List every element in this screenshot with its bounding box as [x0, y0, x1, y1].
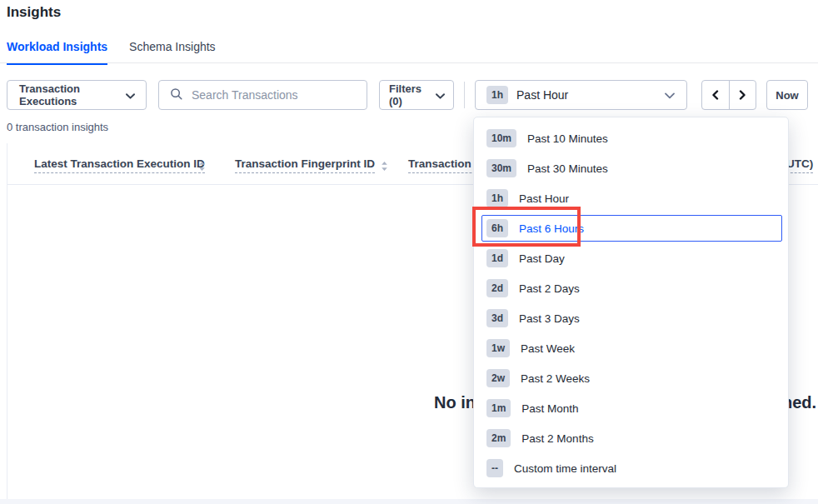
time-interval-option[interactable]: 2w Past 2 Weeks: [474, 363, 788, 393]
interval-label: Past 2 Months: [521, 432, 593, 445]
interval-badge: 1w: [486, 339, 510, 357]
interval-label: Past Hour: [519, 192, 569, 205]
interval-badge: 2d: [486, 279, 508, 297]
column-header-transaction-fingerprint-id[interactable]: Transaction Fingerprint ID: [235, 157, 375, 173]
interval-badge: --: [486, 459, 503, 477]
page-title: Insights: [7, 4, 61, 21]
search-icon: [170, 87, 183, 103]
insights-count: 0 transaction insights: [7, 121, 108, 133]
time-interval-option[interactable]: 1d Past Day: [474, 243, 788, 273]
time-interval-option[interactable]: 3d Past 3 Days: [474, 303, 788, 333]
time-interval-option[interactable]: 10m Past 10 Minutes: [474, 123, 788, 153]
tab-bar: Workload Insights Schema Insights: [7, 40, 216, 65]
interval-badge: 6h: [486, 219, 508, 237]
interval-badge: 3d: [486, 309, 508, 327]
now-label: Now: [776, 89, 798, 102]
column-header-time-utc[interactable]: UTC): [786, 157, 813, 173]
insights-page: Insights Workload Insights Schema Insigh…: [0, 0, 818, 504]
interval-badge: 30m: [486, 159, 516, 177]
interval-label: Past Day: [519, 252, 565, 265]
toolbar-divider: [464, 82, 465, 108]
execution-type-select[interactable]: Transaction Executions: [7, 80, 147, 110]
interval-label: Past 2 Days: [519, 282, 580, 295]
time-interval-option[interactable]: 1m Past Month: [474, 393, 788, 423]
interval-badge: 2w: [486, 369, 510, 387]
page-bottom-band: [0, 499, 818, 504]
sort-icon[interactable]: [198, 160, 206, 175]
column-header-latest-transaction-execution-id[interactable]: Latest Transaction Execution ID: [34, 157, 205, 173]
time-interval-option[interactable]: 2d Past 2 Days: [474, 273, 788, 303]
search-input[interactable]: [190, 82, 367, 108]
interval-label: Past 10 Minutes: [527, 132, 608, 145]
sort-icon[interactable]: [381, 160, 388, 175]
time-interval-option[interactable]: 6h Past 6 Hours: [481, 215, 782, 242]
interval-label: Past 6 Hours: [519, 222, 584, 235]
interval-label: Past Month: [521, 402, 578, 415]
interval-label: Past 30 Minutes: [527, 162, 608, 175]
time-interval-option[interactable]: -- Custom time interval: [474, 453, 788, 483]
filters-label: Filters (0): [389, 82, 436, 107]
interval-badge: 1d: [486, 249, 508, 267]
interval-badge: 1m: [486, 399, 511, 417]
chevron-down-icon: [126, 89, 135, 102]
now-button[interactable]: Now: [766, 80, 808, 110]
tab-schema-insights[interactable]: Schema Insights: [129, 40, 216, 65]
interval-label: Past 2 Weeks: [521, 372, 590, 385]
time-interval-dropdown: 10m Past 10 Minutes 30m Past 30 Minutes …: [473, 117, 789, 488]
interval-label: Past Week: [521, 342, 575, 355]
time-nav-group: [701, 80, 756, 110]
tab-bar-divider: [0, 62, 818, 63]
time-interval-option[interactable]: 1w Past Week: [474, 333, 788, 363]
interval-label: Past 3 Days: [519, 312, 580, 325]
execution-type-label: Transaction Executions: [19, 82, 126, 107]
empty-state-text-left: No in: [434, 393, 476, 412]
chevron-down-icon: [665, 88, 675, 102]
chevron-down-icon: [436, 89, 445, 102]
interval-badge: 1h: [486, 189, 508, 207]
interval-badge: 2m: [486, 429, 511, 447]
time-interval-select[interactable]: 1h Past Hour: [475, 80, 687, 110]
time-interval-option[interactable]: 1h Past Hour: [474, 183, 788, 213]
interval-label: Custom time interval: [514, 462, 616, 475]
time-interval-label: Past Hour: [516, 88, 568, 102]
previous-interval-button[interactable]: [702, 81, 730, 109]
interval-badge: 10m: [486, 129, 516, 147]
time-interval-option[interactable]: 2m Past 2 Months: [474, 423, 788, 453]
time-interval-option[interactable]: 30m Past 30 Minutes: [474, 153, 788, 183]
next-interval-button[interactable]: [730, 81, 756, 109]
tab-workload-insights[interactable]: Workload Insights: [7, 40, 107, 65]
search-box[interactable]: [158, 80, 367, 110]
time-interval-badge: 1h: [486, 86, 508, 104]
filters-button[interactable]: Filters (0): [379, 80, 454, 110]
